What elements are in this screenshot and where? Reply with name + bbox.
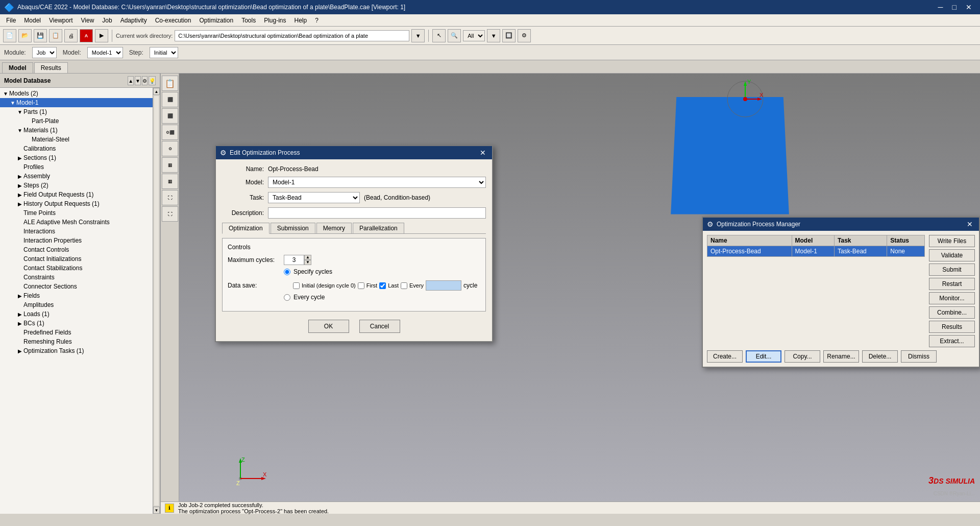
vlt-btn-7[interactable]: ▦ — [162, 174, 178, 189]
initial-checkbox[interactable] — [293, 282, 300, 289]
vlt-btn-1[interactable]: 📋 — [162, 76, 178, 91]
dismiss-btn[interactable]: Dismiss — [901, 350, 937, 363]
3d-button[interactable]: 🔲 — [502, 29, 516, 42]
vlt-btn-6[interactable]: ▦ — [162, 157, 178, 173]
model-select-dialog[interactable]: Model-1 — [268, 177, 486, 188]
vlt-btn-8[interactable]: ⛶ — [162, 190, 178, 205]
toggle-models[interactable]: ▼ — [2, 91, 9, 97]
cursor-button[interactable]: ↖ — [432, 29, 446, 42]
validate-btn[interactable]: Validate — [929, 249, 975, 261]
sidebar-item-contact-init[interactable]: Contact Initializations — [0, 254, 153, 264]
maximize-button[interactable]: □ — [948, 2, 961, 12]
rename-btn[interactable]: Rename... — [823, 350, 859, 363]
menu-question[interactable]: ? — [311, 16, 323, 25]
task-select-dialog[interactable]: Task-Bead — [268, 192, 360, 203]
menu-help[interactable]: Help — [290, 16, 311, 25]
menu-job[interactable]: Job — [98, 16, 116, 25]
sidebar-item-ale[interactable]: ALE Adaptive Mesh Constraints — [0, 218, 153, 227]
save-copy-button[interactable]: 📋 — [49, 29, 62, 42]
submit-btn[interactable]: Submit — [929, 264, 975, 276]
menu-optimization[interactable]: Optimization — [195, 16, 237, 25]
browse-button[interactable]: ▼ — [411, 29, 425, 42]
dialog-manager-close[interactable]: ✕ — [965, 220, 975, 228]
print-button[interactable]: 🖨 — [64, 29, 78, 42]
last-checkbox[interactable] — [379, 282, 386, 289]
menu-coexecution[interactable]: Co-execution — [151, 16, 195, 25]
sidebar-item-assembly[interactable]: ▶ Assembly — [0, 172, 153, 181]
extract-btn[interactable]: Extract... — [929, 335, 975, 347]
tab-model[interactable]: Model — [2, 62, 33, 73]
dialog-edit-close[interactable]: ✕ — [478, 149, 488, 157]
sidebar-item-part-plate[interactable]: Part-Plate — [0, 116, 153, 126]
max-cycles-input[interactable] — [284, 255, 304, 265]
create-btn[interactable]: Create... — [707, 350, 743, 363]
tab-parallelization[interactable]: Parallelization — [353, 223, 404, 233]
tree-scrollbar-thumb[interactable] — [154, 96, 159, 506]
copy-btn[interactable]: Copy... — [785, 350, 820, 363]
sidebar-item-contact-controls[interactable]: Contact Controls — [0, 245, 153, 254]
view-dropdown[interactable]: All — [463, 30, 485, 41]
restart-btn[interactable]: Restart — [929, 278, 975, 290]
filter-button[interactable]: ▼ — [487, 29, 500, 42]
menu-model[interactable]: Model — [20, 16, 45, 25]
sidebar-up-btn[interactable]: ▲ — [128, 76, 134, 85]
table-row[interactable]: Opt-Process-Bead Model-1 Task-Bead None — [707, 246, 925, 257]
sidebar-item-opt-tasks[interactable]: ▶ Optimization Tasks (1) — [0, 346, 153, 355]
abaqus-button[interactable]: A — [80, 29, 93, 42]
sidebar-item-model1[interactable]: ▼ Model-1 — [0, 98, 153, 107]
tab-results[interactable]: Results — [34, 62, 68, 73]
sidebar-item-history-output[interactable]: ▶ History Output Requests (1) — [0, 199, 153, 208]
tree-scroll-down[interactable]: ▼ — [153, 507, 160, 514]
sidebar-item-loads[interactable]: ▶ Loads (1) — [0, 309, 153, 319]
combine-btn[interactable]: Combine... — [929, 306, 975, 319]
vlt-btn-3[interactable]: ⬛ — [162, 108, 178, 124]
vlt-btn-2[interactable]: ⬛ — [162, 92, 178, 107]
every-cycle-input[interactable] — [426, 280, 461, 291]
sidebar-item-predefined-fields[interactable]: Predefined Fields — [0, 328, 153, 337]
sidebar-item-amplitudes[interactable]: Amplitudes — [0, 300, 153, 309]
ok-button[interactable]: OK — [308, 320, 349, 333]
sidebar-item-interactions[interactable]: Interactions — [0, 227, 153, 236]
first-checkbox[interactable] — [358, 282, 364, 289]
monitor-btn[interactable]: Monitor... — [929, 292, 975, 304]
sidebar-item-connector-sections[interactable]: Connector Sections — [0, 282, 153, 291]
every-cycle-radio[interactable] — [284, 294, 290, 301]
edit-btn[interactable]: Edit... — [746, 350, 781, 363]
every-checkbox[interactable] — [401, 282, 407, 289]
sidebar-item-profiles[interactable]: Profiles — [0, 162, 153, 172]
sidebar-item-sections[interactable]: ▶ Sections (1) — [0, 153, 153, 162]
cwd-input[interactable] — [175, 30, 409, 41]
sidebar-down-btn[interactable]: ▼ — [135, 76, 141, 85]
specify-cycles-radio[interactable] — [284, 269, 290, 275]
transform-button[interactable]: ⚙ — [518, 29, 531, 42]
menu-plugins[interactable]: Plug-ins — [260, 16, 290, 25]
cycles-down-btn[interactable]: ▼ — [304, 260, 311, 265]
sidebar-item-bcs[interactable]: ▶ BCs (1) — [0, 319, 153, 328]
menu-file[interactable]: File — [2, 16, 20, 25]
save-button[interactable]: 💾 — [34, 29, 47, 42]
menu-tools[interactable]: Tools — [237, 16, 260, 25]
sidebar-item-remeshing-rules[interactable]: Remeshing Rules — [0, 337, 153, 346]
sidebar-item-time-points[interactable]: Time Points — [0, 208, 153, 218]
sidebar-settings-btn[interactable]: ⚙ — [142, 76, 148, 85]
vlt-btn-5[interactable]: ⚙ — [162, 141, 178, 156]
new-button[interactable]: 📄 — [3, 29, 16, 42]
magnify-button[interactable]: 🔍 — [448, 29, 461, 42]
sidebar-item-fields[interactable]: ▶ Fields — [0, 291, 153, 300]
run-button[interactable]: ▶ — [95, 29, 108, 42]
toggle-materials[interactable]: ▼ — [16, 128, 23, 133]
cycles-up-btn[interactable]: ▲ — [304, 255, 311, 260]
sidebar-item-models[interactable]: ▼ Models (2) — [0, 89, 153, 98]
sidebar-item-material-steel[interactable]: Material-Steel — [0, 135, 153, 144]
write-files-btn[interactable]: Write Files — [929, 235, 975, 247]
tab-memory[interactable]: Memory — [316, 223, 352, 233]
sidebar-item-interaction-props[interactable]: Interaction Properties — [0, 236, 153, 245]
sidebar-item-steps[interactable]: ▶ Steps (2) — [0, 181, 153, 190]
sidebar-item-contact-stab[interactable]: Contact Stabilizations — [0, 264, 153, 273]
vlt-btn-9[interactable]: ⛶ — [162, 206, 178, 222]
cancel-button[interactable]: Cancel — [359, 320, 400, 333]
sidebar-item-calibrations[interactable]: Calibrations — [0, 144, 153, 153]
model-select[interactable]: Model-1 — [87, 47, 123, 58]
tab-optimization[interactable]: Optimization — [222, 223, 270, 234]
step-select[interactable]: Initial — [150, 47, 178, 58]
